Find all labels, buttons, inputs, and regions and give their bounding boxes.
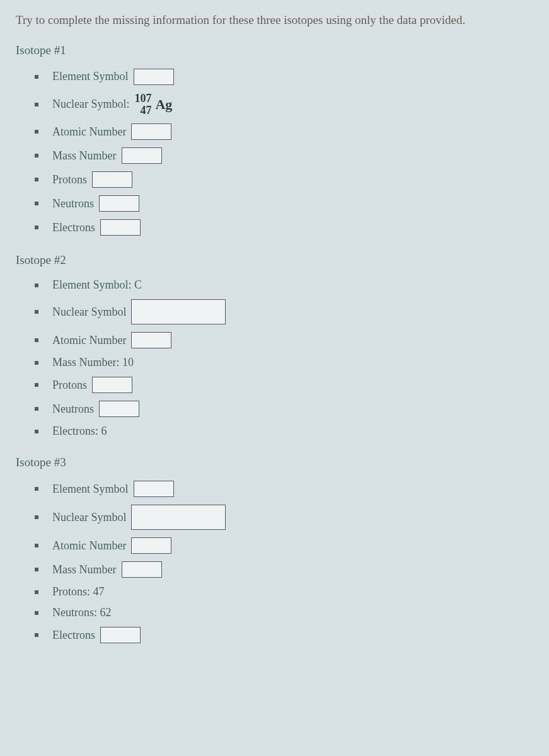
element-symbol-input[interactable] [134,69,174,85]
instruction-text: Try to complete the missing information … [16,13,533,28]
atomic-number-label: Atomic Number [52,334,126,347]
nuclear-symbol-label: Nuclear Symbol: [52,98,129,111]
electrons-label: Electrons [52,629,95,642]
electrons-input[interactable] [100,219,141,236]
electrons-input[interactable] [100,627,141,643]
nuclear-symbol-input[interactable] [131,299,226,324]
atomic-number-input[interactable] [131,332,171,348]
neutrons-input[interactable] [99,401,139,417]
element-symbol-label: Element Symbol [52,483,129,496]
neutrons-label: Neutrons: 62 [52,606,112,619]
isotope-3-header: Isotope #3 [16,455,533,469]
isotope-1-fields: Element Symbol Nuclear Symbol: 107 47 Ag… [16,69,533,236]
nuclear-symbol-label: Nuclear Symbol [52,306,126,319]
electrons-label: Electrons [52,221,95,234]
mass-number-input[interactable] [122,147,162,164]
protons-input[interactable] [92,171,132,188]
element-symbol-label: Element Symbol [52,70,129,83]
nuclear-symbol-label: Nuclear Symbol [52,511,126,524]
neutrons-input[interactable] [99,195,139,212]
neutrons-label: Neutrons [52,197,94,210]
nuclear-symbol-value: 107 47 Ag [134,93,172,117]
mass-number-input[interactable] [122,561,162,578]
atomic-number-label: Atomic Number [52,539,126,553]
nuclear-element: Ag [155,96,172,113]
element-symbol-input[interactable] [134,481,174,497]
neutrons-label: Neutrons [52,403,94,416]
atomic-number-input[interactable] [131,123,171,140]
electrons-label: Electrons: 6 [52,425,107,438]
isotope-1-header: Isotope #1 [16,43,533,57]
protons-label: Protons: 47 [52,585,105,598]
protons-label: Protons [52,379,87,392]
nuclear-symbol-input[interactable] [131,505,226,530]
mass-number-label: Mass Number [52,149,117,163]
isotope-2-fields: Element Symbol: C Nuclear Symbol Atomic … [16,278,533,438]
mass-number-label: Mass Number [52,563,117,576]
element-symbol-label: Element Symbol: C [52,278,142,292]
nuclear-atomic-number: 47 [140,105,151,117]
protons-label: Protons [52,173,87,186]
protons-input[interactable] [92,377,132,393]
mass-number-label: Mass Number: 10 [52,356,134,369]
atomic-number-label: Atomic Number [52,125,126,139]
nuclear-mass-number: 107 [134,93,151,105]
isotope-3-fields: Element Symbol Nuclear Symbol Atomic Num… [16,481,533,643]
isotope-2-header: Isotope #2 [16,253,533,267]
atomic-number-input[interactable] [131,537,171,554]
